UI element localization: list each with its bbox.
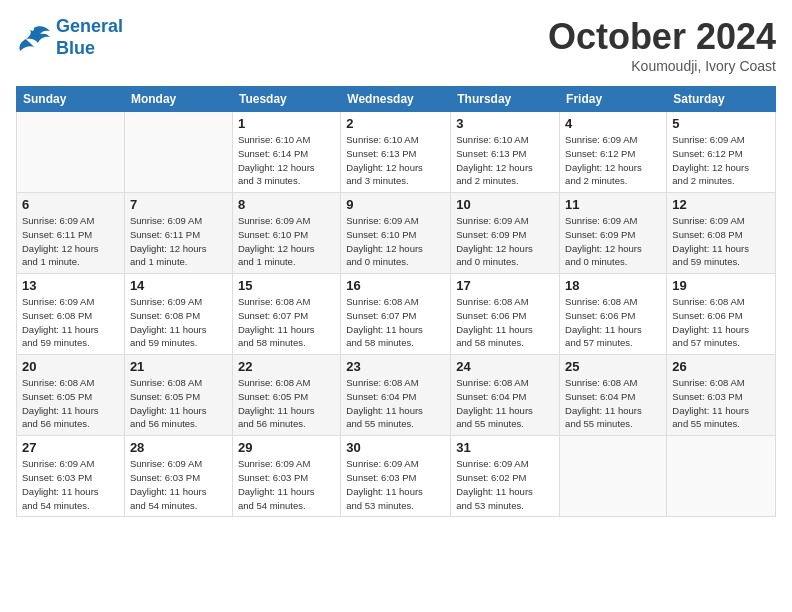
day-info: Sunrise: 6:09 AM Sunset: 6:10 PM Dayligh…	[346, 214, 445, 269]
day-info: Sunrise: 6:08 AM Sunset: 6:03 PM Dayligh…	[672, 376, 770, 431]
logo-text: General Blue	[56, 16, 123, 59]
calendar-day-cell: 29Sunrise: 6:09 AM Sunset: 6:03 PM Dayli…	[232, 436, 340, 517]
calendar-day-cell	[560, 436, 667, 517]
day-info: Sunrise: 6:10 AM Sunset: 6:13 PM Dayligh…	[346, 133, 445, 188]
day-info: Sunrise: 6:09 AM Sunset: 6:02 PM Dayligh…	[456, 457, 554, 512]
calendar-day-cell: 12Sunrise: 6:09 AM Sunset: 6:08 PM Dayli…	[667, 193, 776, 274]
calendar-week-row: 20Sunrise: 6:08 AM Sunset: 6:05 PM Dayli…	[17, 355, 776, 436]
calendar-day-cell	[124, 112, 232, 193]
calendar-day-cell: 25Sunrise: 6:08 AM Sunset: 6:04 PM Dayli…	[560, 355, 667, 436]
calendar-day-cell: 8Sunrise: 6:09 AM Sunset: 6:10 PM Daylig…	[232, 193, 340, 274]
calendar-day-cell: 2Sunrise: 6:10 AM Sunset: 6:13 PM Daylig…	[341, 112, 451, 193]
day-number: 7	[130, 197, 227, 212]
day-info: Sunrise: 6:09 AM Sunset: 6:03 PM Dayligh…	[130, 457, 227, 512]
day-number: 12	[672, 197, 770, 212]
day-number: 31	[456, 440, 554, 455]
day-info: Sunrise: 6:08 AM Sunset: 6:04 PM Dayligh…	[346, 376, 445, 431]
day-info: Sunrise: 6:08 AM Sunset: 6:05 PM Dayligh…	[130, 376, 227, 431]
calendar-day-cell: 27Sunrise: 6:09 AM Sunset: 6:03 PM Dayli…	[17, 436, 125, 517]
calendar-week-row: 27Sunrise: 6:09 AM Sunset: 6:03 PM Dayli…	[17, 436, 776, 517]
day-number: 30	[346, 440, 445, 455]
day-info: Sunrise: 6:10 AM Sunset: 6:13 PM Dayligh…	[456, 133, 554, 188]
day-info: Sunrise: 6:08 AM Sunset: 6:06 PM Dayligh…	[456, 295, 554, 350]
calendar-day-cell: 15Sunrise: 6:08 AM Sunset: 6:07 PM Dayli…	[232, 274, 340, 355]
calendar-day-cell: 4Sunrise: 6:09 AM Sunset: 6:12 PM Daylig…	[560, 112, 667, 193]
day-info: Sunrise: 6:09 AM Sunset: 6:08 PM Dayligh…	[130, 295, 227, 350]
location-subtitle: Koumoudji, Ivory Coast	[548, 58, 776, 74]
day-info: Sunrise: 6:08 AM Sunset: 6:04 PM Dayligh…	[565, 376, 661, 431]
calendar-day-cell: 9Sunrise: 6:09 AM Sunset: 6:10 PM Daylig…	[341, 193, 451, 274]
day-number: 21	[130, 359, 227, 374]
day-number: 19	[672, 278, 770, 293]
day-number: 20	[22, 359, 119, 374]
calendar-day-cell: 14Sunrise: 6:09 AM Sunset: 6:08 PM Dayli…	[124, 274, 232, 355]
day-info: Sunrise: 6:09 AM Sunset: 6:11 PM Dayligh…	[130, 214, 227, 269]
calendar-day-cell: 30Sunrise: 6:09 AM Sunset: 6:03 PM Dayli…	[341, 436, 451, 517]
day-info: Sunrise: 6:09 AM Sunset: 6:03 PM Dayligh…	[22, 457, 119, 512]
calendar-day-cell: 31Sunrise: 6:09 AM Sunset: 6:02 PM Dayli…	[451, 436, 560, 517]
day-number: 28	[130, 440, 227, 455]
day-number: 3	[456, 116, 554, 131]
calendar-header-wednesday: Wednesday	[341, 87, 451, 112]
calendar-day-cell: 28Sunrise: 6:09 AM Sunset: 6:03 PM Dayli…	[124, 436, 232, 517]
day-info: Sunrise: 6:08 AM Sunset: 6:07 PM Dayligh…	[346, 295, 445, 350]
calendar-header-sunday: Sunday	[17, 87, 125, 112]
day-number: 6	[22, 197, 119, 212]
day-number: 1	[238, 116, 335, 131]
calendar-header-row: SundayMondayTuesdayWednesdayThursdayFrid…	[17, 87, 776, 112]
day-info: Sunrise: 6:09 AM Sunset: 6:09 PM Dayligh…	[565, 214, 661, 269]
day-number: 22	[238, 359, 335, 374]
calendar-day-cell: 5Sunrise: 6:09 AM Sunset: 6:12 PM Daylig…	[667, 112, 776, 193]
calendar-day-cell: 10Sunrise: 6:09 AM Sunset: 6:09 PM Dayli…	[451, 193, 560, 274]
day-info: Sunrise: 6:10 AM Sunset: 6:14 PM Dayligh…	[238, 133, 335, 188]
day-number: 23	[346, 359, 445, 374]
calendar-day-cell: 23Sunrise: 6:08 AM Sunset: 6:04 PM Dayli…	[341, 355, 451, 436]
title-section: October 2024 Koumoudji, Ivory Coast	[548, 16, 776, 74]
calendar-day-cell: 22Sunrise: 6:08 AM Sunset: 6:05 PM Dayli…	[232, 355, 340, 436]
day-number: 13	[22, 278, 119, 293]
calendar-day-cell: 17Sunrise: 6:08 AM Sunset: 6:06 PM Dayli…	[451, 274, 560, 355]
day-number: 8	[238, 197, 335, 212]
day-info: Sunrise: 6:09 AM Sunset: 6:09 PM Dayligh…	[456, 214, 554, 269]
day-number: 15	[238, 278, 335, 293]
calendar-header-tuesday: Tuesday	[232, 87, 340, 112]
calendar-table: SundayMondayTuesdayWednesdayThursdayFrid…	[16, 86, 776, 517]
day-number: 4	[565, 116, 661, 131]
day-number: 10	[456, 197, 554, 212]
day-info: Sunrise: 6:09 AM Sunset: 6:12 PM Dayligh…	[565, 133, 661, 188]
day-number: 2	[346, 116, 445, 131]
day-number: 18	[565, 278, 661, 293]
page-header: General Blue October 2024 Koumoudji, Ivo…	[16, 16, 776, 74]
day-number: 17	[456, 278, 554, 293]
calendar-week-row: 1Sunrise: 6:10 AM Sunset: 6:14 PM Daylig…	[17, 112, 776, 193]
calendar-day-cell: 13Sunrise: 6:09 AM Sunset: 6:08 PM Dayli…	[17, 274, 125, 355]
day-info: Sunrise: 6:08 AM Sunset: 6:06 PM Dayligh…	[672, 295, 770, 350]
calendar-day-cell: 21Sunrise: 6:08 AM Sunset: 6:05 PM Dayli…	[124, 355, 232, 436]
day-number: 11	[565, 197, 661, 212]
day-number: 27	[22, 440, 119, 455]
calendar-day-cell	[667, 436, 776, 517]
day-info: Sunrise: 6:09 AM Sunset: 6:08 PM Dayligh…	[672, 214, 770, 269]
day-number: 16	[346, 278, 445, 293]
day-info: Sunrise: 6:08 AM Sunset: 6:07 PM Dayligh…	[238, 295, 335, 350]
day-info: Sunrise: 6:09 AM Sunset: 6:10 PM Dayligh…	[238, 214, 335, 269]
day-number: 9	[346, 197, 445, 212]
day-number: 26	[672, 359, 770, 374]
day-info: Sunrise: 6:08 AM Sunset: 6:05 PM Dayligh…	[238, 376, 335, 431]
logo-icon	[16, 23, 52, 53]
day-number: 14	[130, 278, 227, 293]
calendar-day-cell: 24Sunrise: 6:08 AM Sunset: 6:04 PM Dayli…	[451, 355, 560, 436]
day-info: Sunrise: 6:09 AM Sunset: 6:03 PM Dayligh…	[238, 457, 335, 512]
calendar-day-cell	[17, 112, 125, 193]
calendar-day-cell: 6Sunrise: 6:09 AM Sunset: 6:11 PM Daylig…	[17, 193, 125, 274]
day-number: 5	[672, 116, 770, 131]
calendar-header-monday: Monday	[124, 87, 232, 112]
calendar-day-cell: 19Sunrise: 6:08 AM Sunset: 6:06 PM Dayli…	[667, 274, 776, 355]
logo: General Blue	[16, 16, 123, 59]
calendar-day-cell: 7Sunrise: 6:09 AM Sunset: 6:11 PM Daylig…	[124, 193, 232, 274]
day-info: Sunrise: 6:09 AM Sunset: 6:12 PM Dayligh…	[672, 133, 770, 188]
day-info: Sunrise: 6:08 AM Sunset: 6:06 PM Dayligh…	[565, 295, 661, 350]
day-number: 29	[238, 440, 335, 455]
month-title: October 2024	[548, 16, 776, 58]
day-number: 25	[565, 359, 661, 374]
